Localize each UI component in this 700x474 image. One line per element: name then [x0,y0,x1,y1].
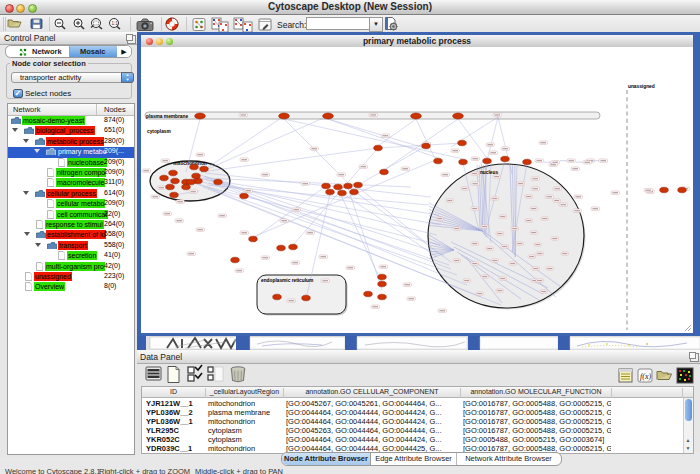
svg-text:plasma membrane: plasma membrane [146,114,188,119]
svg-text:1:1: 1:1 [112,21,119,26]
svg-text:endoplasmic reticulum: endoplasmic reticulum [261,278,313,283]
svg-text:unassigned: unassigned [628,84,655,89]
svg-text:f(x): f(x) [640,372,651,381]
svg-text:nucleus: nucleus [480,170,498,175]
svg-text:cytoplasm: cytoplasm [147,129,171,134]
